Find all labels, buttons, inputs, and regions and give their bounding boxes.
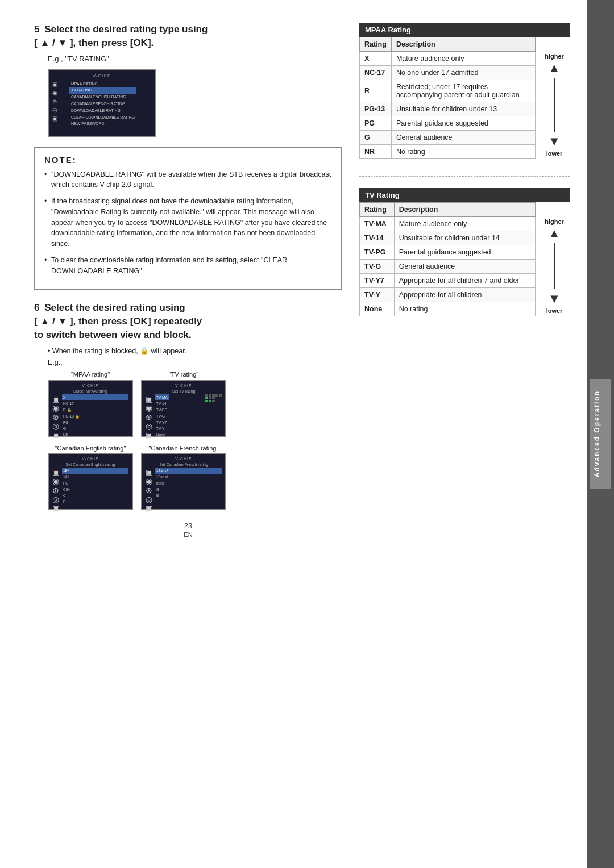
mpaa-row-pg13: PG-13 Unsuitable for children under 13 xyxy=(360,102,536,116)
tv-desc-pg: Parental guidance suggested xyxy=(394,245,535,260)
screen-item-tv: "TV rating" V-CHIP Set TV rating ▣◉⊛◎▣ T… xyxy=(141,371,226,437)
right-column: MPAA Rating Rating Description X xyxy=(359,23,570,845)
mpaa-desc-nc17: No one under 17 admitted xyxy=(391,66,535,80)
mpaa-arrow-column: higher ▲ ▼ lower xyxy=(536,37,570,159)
mpaa-rating-r: R xyxy=(360,80,392,102)
vchip-item-tv: TV RATING xyxy=(69,87,136,94)
step6-heading: 6 Select the desired rating using[ ▲ / ▼… xyxy=(34,301,342,341)
tv-col-description: Description xyxy=(394,203,535,217)
tv-rating-section: TV Rating Rating Description TV-MA xyxy=(359,188,570,316)
step6-title: Select the desired rating using[ ▲ / ▼ ]… xyxy=(34,302,202,340)
tv-desc-y7: Appropriate for all children 7 and older xyxy=(394,274,535,288)
mpaa-row-x: X Mature audience only xyxy=(360,52,536,66)
vchip-menu: MPAA RATING TV RATING CANADIAN ENGLISH R… xyxy=(69,81,136,128)
vchip-inner-cfr: ▣◉⊛◎▣ 18ans+ 13ans+ 8ans+ G E xyxy=(146,468,222,513)
mpaa-desc-nr: No rating xyxy=(391,145,535,159)
note-item-1: "DOWNLOADABLE RATING" will be available … xyxy=(44,169,332,191)
vchip-icon-mpaa: ▣◉⊛◎▣ xyxy=(52,394,60,440)
tv-col-rating: Rating xyxy=(360,203,395,217)
vchip-cen-small: V-CHIP Set Canadian English rating ▣◉⊛◎▣… xyxy=(48,453,133,510)
tv-arrow-line xyxy=(554,243,555,289)
mpaa-rating-header: MPAA Rating xyxy=(359,23,570,37)
tv-rating-14: TV-14 xyxy=(360,231,395,245)
mpaa-desc-pg: Parental guidance suggested xyxy=(391,116,535,131)
vchip-small-title-4: V-CHIP xyxy=(146,457,222,461)
vchip-menu-tv-small: TV-MA TV-14 TV-PG TV-G TV-Y7 TV-Y None xyxy=(155,394,222,440)
left-column: 5 Select the desired rating type using[ … xyxy=(34,23,342,845)
vchip-item-x: X xyxy=(62,394,128,400)
vchip-screen-step5: V-CHIP ▣ ◉ ⊛ ◎ ▣ MPAA RATING TV RATING C… xyxy=(48,69,156,137)
vchip-inner-cen: ▣◉⊛◎▣ 18+ 14+ PG C8+ C E xyxy=(52,468,128,513)
vchip-inner-tv: ▣◉⊛◎▣ TV-MA TV-14 TV-PG TV-G TV-Y xyxy=(146,394,222,440)
tv-rating-g: TV-G xyxy=(360,260,395,274)
vchip-item-pg: PG xyxy=(62,419,128,425)
side-tab-text: Advanced Operation xyxy=(590,379,611,489)
screen-item-cfr: V-CHIP Set Canadian French rating ▣◉⊛◎▣ … xyxy=(141,453,226,510)
screen-label-tv: "TV rating" xyxy=(169,371,198,378)
tv-rating-table: Rating Description TV-MA Mature audience… xyxy=(359,202,536,316)
label-cfr: "Canadian French rating" xyxy=(141,445,226,452)
mpaa-rating-x: X xyxy=(360,52,392,66)
vchip-menu-mpaa: X NC-17 R 🔒 PG-13 🔒 PG G NR xyxy=(62,394,128,440)
tv-row-g: TV-G General audience xyxy=(360,260,536,274)
vchip-icon-cen: ▣◉⊛◎▣ xyxy=(52,468,60,513)
vchip-cfr-small: V-CHIP Set Canadian French rating ▣◉⊛◎▣ … xyxy=(141,453,226,510)
vchip-item-r: R 🔒 xyxy=(62,407,128,413)
mpaa-row-nr: NR No rating xyxy=(360,145,536,159)
mpaa-higher-label: higher xyxy=(545,53,564,60)
mpaa-row-nc17: NC-17 No one under 17 admitted xyxy=(360,66,536,80)
mpaa-rating-nr: NR xyxy=(360,145,392,159)
vchip-item-g: G xyxy=(62,425,128,432)
label-cen: "Canadian English rating" xyxy=(48,445,133,452)
page-num-sub: EN xyxy=(184,531,192,538)
mpaa-arrow-line xyxy=(554,78,555,132)
vchip-item-nc17: NC-17 xyxy=(62,400,128,407)
tv-lower-label: lower xyxy=(546,307,563,314)
note-list: "DOWNLOADABLE RATING" will be available … xyxy=(44,169,332,277)
step6-number: 6 xyxy=(34,302,39,313)
screens-group-1: "MPAA rating" V-CHIP Select MPAA rating … xyxy=(48,371,342,437)
step5-number: 5 xyxy=(34,24,39,35)
tv-higher-label: higher xyxy=(545,218,564,225)
mpaa-rating-section: MPAA Rating Rating Description X xyxy=(359,23,570,159)
dashed-divider xyxy=(359,176,570,177)
screen-label-mpaa: "MPAA rating" xyxy=(71,371,110,378)
tv-arrow-column: higher ▲ ▼ lower xyxy=(536,202,570,316)
mpaa-col-rating: Rating xyxy=(360,37,392,52)
tv-rating-none: None xyxy=(360,302,395,316)
vchip-mpaa-small: V-CHIP Select MPAA rating ▣◉⊛◎▣ X NC-17 … xyxy=(48,380,133,437)
vchip-item-nr: NR xyxy=(62,432,128,438)
vchip-menu-cfr: 18ans+ 13ans+ 8ans+ G E xyxy=(155,468,222,513)
vchip-small-title-3: V-CHIP xyxy=(52,457,128,461)
screens-pair-1: "MPAA rating" V-CHIP Select MPAA rating … xyxy=(48,371,342,437)
vchip-small-title-2: V-CHIP xyxy=(146,383,222,387)
vchip-tv-small: V-CHIP Set TV rating ▣◉⊛◎▣ TV-MA TV-14 xyxy=(141,380,226,437)
tv-desc-g: General audience xyxy=(394,260,535,274)
note-box: NOTE: "DOWNLOADABLE RATING" will be avai… xyxy=(34,147,342,290)
tv-row-ma: TV-MA Mature audience only xyxy=(360,217,536,231)
page-number: 23 EN xyxy=(34,521,342,539)
vchip-item-dl: DOWNLOADABLE RATING xyxy=(69,107,136,114)
mpaa-rating-pg: PG xyxy=(360,116,392,131)
advanced-operation-label: Advanced Operation xyxy=(593,390,601,477)
vchip-item-pg13: PG-13 🔒 xyxy=(62,413,128,419)
vchip-item-pw: NEW PASSWORD xyxy=(69,120,136,127)
tv-row-pg: TV-PG Parental guidance suggested xyxy=(360,245,536,260)
tv-row-y7: TV-Y7 Appropriate for all children 7 and… xyxy=(360,274,536,288)
mpaa-lower-label: lower xyxy=(546,150,563,157)
vchip-icon-cfr: ▣◉⊛◎▣ xyxy=(146,468,153,513)
tv-desc-ma: Mature audience only xyxy=(394,217,535,231)
step6-eg: E.g., xyxy=(48,358,342,366)
tv-arrow-down: ▼ xyxy=(548,291,561,306)
tv-rating-y7: TV-Y7 xyxy=(360,274,395,288)
mpaa-col-description: Description xyxy=(391,37,535,52)
tv-row-y: TV-Y Appropriate for all children xyxy=(360,288,536,302)
mpaa-row-r: R Restricted; under 17 requires accompan… xyxy=(360,80,536,102)
vchip-item-cfr: CANADIAN FRENCH RATING xyxy=(69,101,136,107)
tv-row-14: TV-14 Unsuitable for children under 14 xyxy=(360,231,536,245)
step5-example: E.g., "TV RATING" xyxy=(48,55,342,63)
tv-rating-ma: TV-MA xyxy=(360,217,395,231)
mpaa-arrow-down: ▼ xyxy=(548,134,561,149)
vchip-small-title-1: V-CHIP xyxy=(52,383,128,387)
vchip-menu-cen: 18+ 14+ PG C8+ C E xyxy=(62,468,128,513)
